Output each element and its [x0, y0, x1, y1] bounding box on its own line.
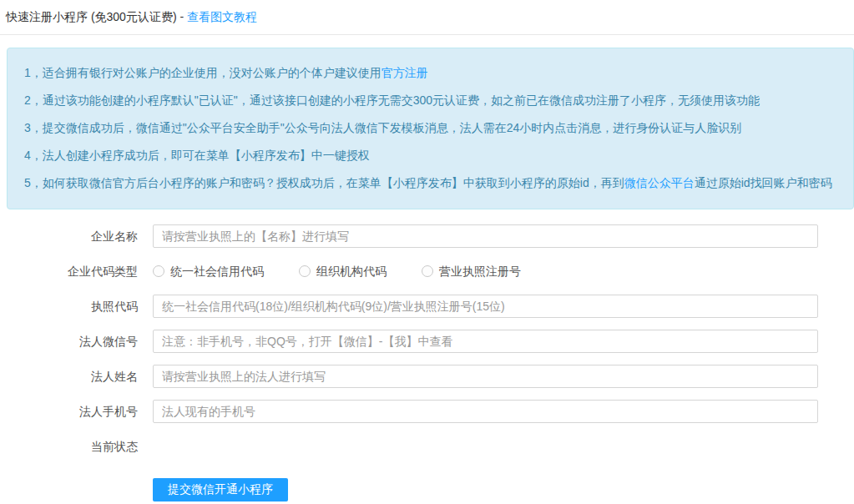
notice-line-2: 2，通过该功能创建的小程序默认"已认证"，通过该接口创建的小程序无需交300元认… — [24, 87, 836, 114]
notice-line-1: 1，适合拥有银行对公账户的企业使用，没对公账户的个体户建议使用官方注册 — [24, 59, 836, 87]
company-name-label: 企业名称 — [0, 224, 138, 248]
official-register-link[interactable]: 官方注册 — [382, 66, 428, 79]
notice-line-5: 5，如何获取微信官方后台小程序的账户和密码？授权成功后，在菜单【小程序发布】中获… — [24, 169, 836, 197]
code-type-radio-group: 统一社会信用代码 组织机构代码 营业执照注册号 — [153, 260, 556, 283]
notice-box: 1，适合拥有银行对公账户的企业使用，没对公账户的个体户建议使用官方注册 2，通过… — [7, 48, 854, 209]
radio-option-license-number[interactable]: 营业执照注册号 — [422, 260, 521, 283]
code-type-label: 企业代码类型 — [0, 260, 138, 283]
wechat-platform-link[interactable]: 微信公众平台 — [624, 176, 695, 189]
notice-line-3-text: 3，提交微信成功后，微信通过"公众平台安全助手"公众号向法人微信下发模板消息，法… — [24, 121, 741, 134]
radio-option-credit-code[interactable]: 统一社会信用代码 — [153, 260, 264, 283]
notice-line-5-suffix: 通过原始id找回账户和密码 — [695, 176, 832, 189]
legal-phone-input[interactable] — [153, 400, 818, 423]
notice-line-4: 4，法人创建小程序成功后，即可在菜单【小程序发布】中一键授权 — [24, 142, 836, 169]
company-name-row: 企业名称 — [0, 224, 854, 248]
radio-label: 统一社会信用代码 — [170, 260, 264, 283]
legal-name-row: 法人姓名 — [0, 365, 854, 388]
submit-button[interactable]: 提交微信开通小程序 — [153, 478, 288, 501]
notice-line-4-text: 4，法人创建小程序成功后，即可在菜单【小程序发布】中一键授权 — [24, 149, 370, 162]
legal-name-input[interactable] — [153, 365, 818, 388]
header-divider — [0, 34, 854, 35]
legal-wechat-row: 法人微信号 — [0, 330, 854, 353]
radio-label: 组织机构代码 — [316, 260, 387, 283]
license-code-row: 执照代码 — [0, 295, 854, 318]
legal-phone-label: 法人手机号 — [0, 400, 138, 423]
page-header: 快速注册小程序 (免300元认证费) - 查看图文教程 — [0, 0, 854, 34]
current-status-row: 当前状态 — [0, 435, 854, 458]
company-name-input[interactable] — [153, 224, 818, 248]
legal-phone-row: 法人手机号 — [0, 400, 854, 423]
radio-option-org-code[interactable]: 组织机构代码 — [299, 260, 387, 283]
page-title: 快速注册小程序 (免300元认证费) - — [6, 10, 187, 23]
legal-wechat-label: 法人微信号 — [0, 330, 138, 353]
license-code-label: 执照代码 — [0, 295, 138, 318]
current-status-label: 当前状态 — [0, 435, 138, 458]
license-code-input[interactable] — [153, 295, 818, 318]
notice-line-5-text: 5，如何获取微信官方后台小程序的账户和密码？授权成功后，在菜单【小程序发布】中获… — [24, 176, 624, 189]
notice-line-1-text: 1，适合拥有银行对公账户的企业使用，没对公账户的个体户建议使用 — [24, 66, 382, 79]
legal-name-label: 法人姓名 — [0, 365, 138, 388]
submit-row: 提交微信开通小程序 — [153, 478, 854, 501]
notice-line-3: 3，提交微信成功后，微信通过"公众平台安全助手"公众号向法人微信下发模板消息，法… — [24, 114, 836, 142]
radio-icon[interactable] — [153, 265, 164, 277]
radio-icon[interactable] — [299, 265, 311, 277]
code-type-row: 企业代码类型 统一社会信用代码 组织机构代码 营业执照注册号 — [0, 260, 854, 283]
radio-label: 营业执照注册号 — [439, 260, 521, 283]
legal-wechat-input[interactable] — [153, 330, 818, 353]
register-form: 企业名称 企业代码类型 统一社会信用代码 组织机构代码 营业执照注册号 执照代码… — [0, 224, 854, 501]
notice-line-2-text: 2，通过该功能创建的小程序默认"已认证"，通过该接口创建的小程序无需交300元认… — [24, 93, 760, 107]
radio-icon[interactable] — [422, 265, 433, 277]
tutorial-link[interactable]: 查看图文教程 — [187, 10, 257, 23]
